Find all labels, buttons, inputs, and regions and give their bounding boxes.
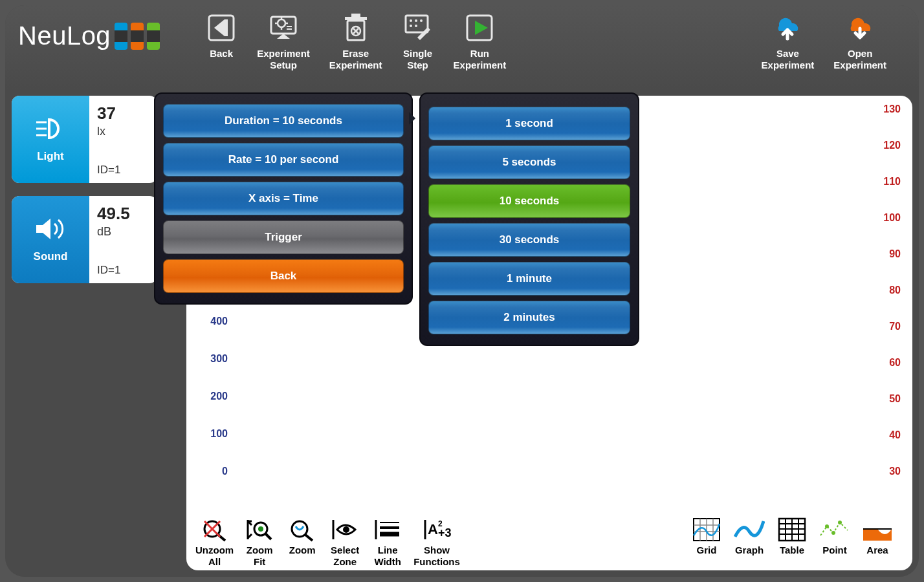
grid-button[interactable]: Grid: [690, 516, 723, 556]
table-button[interactable]: Table: [775, 516, 809, 556]
axis-tick: 400: [210, 316, 228, 327]
tool-label: Zoom Fit: [247, 544, 273, 568]
svg-rect-1: [115, 30, 127, 42]
sensor-value: 49.5: [97, 204, 151, 224]
play-icon: [463, 12, 496, 44]
axis-tick: 90: [889, 248, 901, 260]
toolbar-label: Run Experiment: [454, 48, 507, 71]
back-popup-button[interactable]: Back: [163, 259, 404, 293]
sensor-card-sound[interactable]: Sound 49.5 dB ID=1: [12, 196, 157, 283]
open-experiment-button[interactable]: Open Experiment: [833, 12, 886, 71]
tool-label: Select Zone: [331, 544, 359, 568]
axis-tick: 130: [883, 103, 901, 115]
opt-label: 10 seconds: [500, 195, 560, 208]
tool-label: Table: [780, 544, 804, 556]
point-icon: [818, 516, 852, 543]
axis-tick: 60: [889, 357, 901, 369]
sensor-tile-light: Light: [12, 96, 89, 183]
trigger-button[interactable]: Trigger: [163, 221, 404, 254]
svg-point-38: [258, 526, 263, 532]
table-icon: [775, 516, 809, 543]
opt-label: 2 minutes: [503, 311, 555, 324]
select-zone-button[interactable]: Select Zone: [328, 516, 362, 568]
svg-text:+3: +3: [438, 526, 452, 539]
duration-option[interactable]: 1 minute: [428, 262, 630, 296]
brand-text: NeuLog: [18, 21, 111, 50]
duration-option[interactable]: 1 second: [428, 107, 630, 140]
graph-icon: [732, 516, 766, 543]
run-experiment-button[interactable]: Run Experiment: [454, 12, 507, 71]
eye-icon: [328, 516, 362, 543]
sensor-name: Light: [37, 150, 64, 163]
svg-point-9: [278, 19, 285, 27]
save-experiment-button[interactable]: Save Experiment: [762, 12, 815, 71]
axis-tick: 200: [210, 391, 228, 402]
show-functions-button[interactable]: A2+3Show Functions: [413, 516, 460, 568]
svg-rect-18: [351, 14, 360, 17]
duration-option[interactable]: 30 seconds: [428, 223, 630, 257]
cloud-upload-icon: [771, 12, 804, 44]
brand-mark-icon: [115, 23, 160, 50]
erase-experiment-button[interactable]: Erase Experiment: [329, 12, 382, 71]
rate-button[interactable]: Rate = 10 per second: [163, 143, 404, 177]
tool-label: Grid: [697, 544, 717, 556]
sensor-unit: dB: [97, 225, 151, 239]
graph-button[interactable]: Graph: [732, 516, 766, 556]
btn-label: X axis = Time: [248, 192, 318, 205]
point-button[interactable]: Point: [818, 516, 852, 556]
toolbar-label: Open Experiment: [833, 48, 886, 71]
svg-point-66: [831, 531, 835, 535]
axis-tick: 30: [889, 466, 901, 477]
duration-option[interactable]: 2 minutes: [428, 301, 630, 334]
zoom-fit-button[interactable]: Zoom Fit: [243, 516, 276, 568]
svg-point-25: [420, 19, 423, 22]
toolbar-label: Erase Experiment: [329, 48, 382, 71]
zoom-button[interactable]: Zoom: [285, 516, 319, 556]
sensor-card-light[interactable]: Light 37 lx ID=1: [12, 96, 157, 183]
svg-rect-15: [287, 28, 292, 30]
tool-label: Area: [866, 544, 888, 556]
toolbar-left: Back Experiment Setup Erase Experiment S…: [205, 12, 506, 71]
tool-label: Zoom: [289, 544, 316, 556]
sensor-id: ID=1: [97, 264, 151, 277]
toolbar-label: Single Step: [403, 48, 432, 71]
svg-rect-17: [345, 17, 367, 20]
tool-label: Unzoom All: [195, 544, 234, 568]
sensor-unit: lx: [97, 125, 151, 138]
btn-label: Trigger: [265, 231, 302, 244]
cloud-download-icon: [844, 12, 876, 44]
area-button[interactable]: Area: [861, 516, 894, 556]
axis-tick: 70: [889, 321, 901, 332]
toolbar-label: Experiment Setup: [257, 48, 310, 71]
svg-line-39: [265, 534, 271, 539]
svg-rect-22: [406, 16, 428, 32]
unzoom-all-button[interactable]: Unzoom All: [195, 516, 234, 568]
experiment-setup-button[interactable]: Experiment Setup: [257, 12, 310, 71]
single-step-button[interactable]: Single Step: [402, 12, 434, 71]
tool-label: Line Width: [374, 544, 401, 568]
functions-icon: A2+3: [420, 516, 454, 543]
svg-line-41: [305, 535, 313, 541]
axis-tick: 100: [210, 428, 228, 440]
back-icon: [205, 12, 237, 44]
duration-option-selected[interactable]: 10 seconds: [428, 184, 630, 218]
xaxis-button[interactable]: X axis = Time: [163, 182, 404, 215]
toolbar-label: Back: [210, 48, 233, 59]
svg-point-43: [343, 526, 349, 533]
grid-icon: [690, 516, 723, 543]
app-frame: NeuLog Back Experiment Setup: [5, 5, 919, 577]
duration-option[interactable]: 5 seconds: [428, 146, 630, 179]
back-button[interactable]: Back: [205, 12, 237, 71]
svg-rect-5: [147, 30, 160, 42]
duration-button[interactable]: Duration = 10 seconds: [163, 104, 404, 138]
zoom-fit-icon: [243, 516, 276, 543]
axis-tick: 80: [889, 285, 901, 296]
opt-label: 5 seconds: [502, 156, 556, 169]
btn-label: Back: [270, 270, 297, 283]
toolbar-label: Save Experiment: [762, 48, 815, 71]
duration-options-popup: 1 second 5 seconds 10 seconds 30 seconds…: [419, 92, 639, 346]
area-icon: [861, 516, 894, 543]
svg-point-23: [410, 19, 412, 22]
btn-label: Duration = 10 seconds: [225, 114, 342, 127]
line-width-button[interactable]: Line Width: [371, 516, 404, 568]
